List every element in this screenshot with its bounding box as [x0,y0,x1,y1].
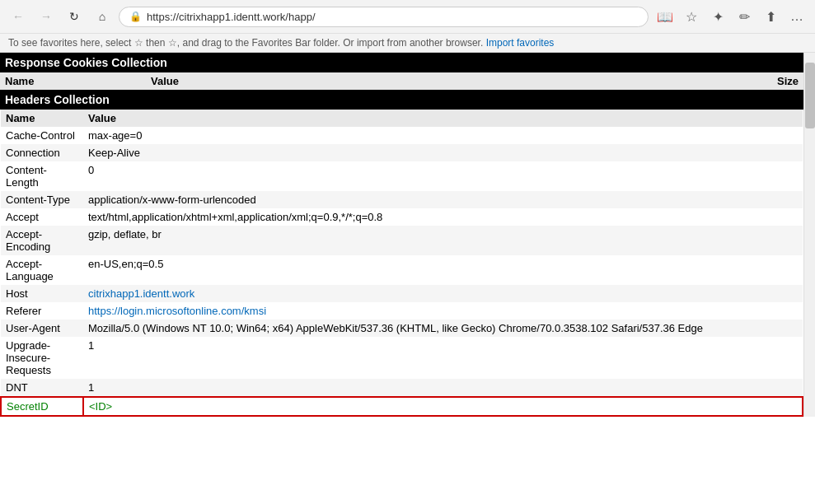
header-value-cell: https://login.microsoftonline.com/kmsi [83,302,803,320]
scrollbar[interactable] [803,53,815,417]
cookies-col-name: Name [0,72,82,90]
table-row: Content-Typeapplication/x-www-form-urlen… [1,191,803,208]
table-row: Refererhttps://login.microsoftonline.com… [1,302,803,320]
header-name-cell: Accept-Encoding [1,226,83,255]
cookies-section-header: Response Cookies Collection [0,53,803,72]
forward-button[interactable]: → [35,5,58,28]
lock-icon: 🔒 [129,11,142,22]
table-row: Accepttext/html,application/xhtml+xml,ap… [1,208,803,226]
toolbar-icons: 📖 ☆ ✦ ✏ ⬆ … [653,5,808,28]
header-value-cell: <ID> [83,397,803,416]
settings-icon[interactable]: … [785,5,808,28]
cookies-col-value: Value [82,72,247,90]
table-row: Accept-Encodinggzip, deflate, br [1,226,803,255]
favorites-bar-middle: then ☆, and drag to the Favorites Bar fo… [146,37,483,49]
header-name-cell: Accept [1,208,83,226]
table-row: User-AgentMozilla/5.0 (Windows NT 10.0; … [1,320,803,337]
page-content: Response Cookies Collection Name Value S… [0,53,815,417]
home-button[interactable]: ⌂ [91,5,114,28]
header-name-cell: Accept-Language [1,255,83,285]
header-value-cell: gzip, deflate, br [83,226,803,255]
header-value-cell: Mozilla/5.0 (Windows NT 10.0; Win64; x64… [83,320,803,337]
reading-view-icon[interactable]: 📖 [653,5,677,28]
share-icon[interactable]: ⬆ [759,5,782,28]
header-value-cell: 0 [83,161,803,191]
table-row: SecretID<ID> [1,397,803,416]
header-name-cell: SecretID [1,397,83,416]
nav-bar: ← → ↻ ⌂ 🔒 https://citrixhapp1.identt.wor… [0,0,815,33]
headers-table: Name Value Cache-Controlmax-age=0Connect… [0,110,803,417]
content-area: Response Cookies Collection Name Value S… [0,53,803,417]
header-value-cell: max-age=0 [83,127,803,144]
table-row: Upgrade-Insecure-Requests1 [1,337,803,379]
table-row: ConnectionKeep-Alive [1,144,803,161]
refresh-button[interactable]: ↻ [63,5,86,28]
header-name-cell: User-Agent [1,320,83,337]
header-value-cell: 1 [83,337,803,379]
browser-chrome: ← → ↻ ⌂ 🔒 https://citrixhapp1.identt.wor… [0,0,815,53]
favorites-icon[interactable]: ☆ [680,5,703,28]
table-row: DNT1 [1,379,803,397]
headers-col-value: Value [83,110,803,127]
header-value-cell: citrixhapp1.identt.work [83,285,803,302]
header-value-cell: en-US,en;q=0.5 [83,255,803,285]
table-row: Hostcitrixhapp1.identt.work [1,285,803,302]
cookies-table: Name Value Size [0,72,803,90]
address-bar[interactable]: 🔒 https://citrixhapp1.identt.work/happ/ [119,7,649,27]
favorites-star-icon: ☆ [134,37,143,49]
url-input[interactable]: https://citrixhapp1.identt.work/happ/ [147,11,638,23]
table-row: Cache-Controlmax-age=0 [1,127,803,144]
header-name-cell: Upgrade-Insecure-Requests [1,337,83,379]
header-name-cell: Cache-Control [1,127,83,144]
header-value-cell: text/html,application/xhtml+xml,applicat… [83,208,803,226]
notes-icon[interactable]: ✏ [733,5,756,28]
favorites-bar-text: To see favorites here, select [8,37,134,49]
header-name-cell: Content-Length [1,161,83,191]
cookies-col-size: Size [247,72,803,90]
header-name-cell: Content-Type [1,191,83,208]
import-favorites-link[interactable]: Import favorites [486,37,555,49]
header-name-cell: Referer [1,302,83,320]
scrollbar-thumb[interactable] [805,63,815,128]
header-name-cell: DNT [1,379,83,397]
header-value-cell: application/x-www-form-urlencoded [83,191,803,208]
favorites-bar: To see favorites here, select ☆ then ☆, … [0,33,815,52]
table-row: Accept-Languageen-US,en;q=0.5 [1,255,803,285]
back-button[interactable]: ← [7,5,30,28]
collections-icon[interactable]: ✦ [706,5,729,28]
headers-section: Headers Collection Name Value Cache-Cont… [0,90,803,417]
header-name-cell: Connection [1,144,83,161]
cookies-section: Response Cookies Collection Name Value S… [0,53,803,90]
table-row: Content-Length0 [1,161,803,191]
header-value-cell: 1 [83,379,803,397]
headers-col-name: Name [1,110,83,127]
header-name-cell: Host [1,285,83,302]
headers-section-header: Headers Collection [0,90,803,110]
header-value-cell: Keep-Alive [83,144,803,161]
